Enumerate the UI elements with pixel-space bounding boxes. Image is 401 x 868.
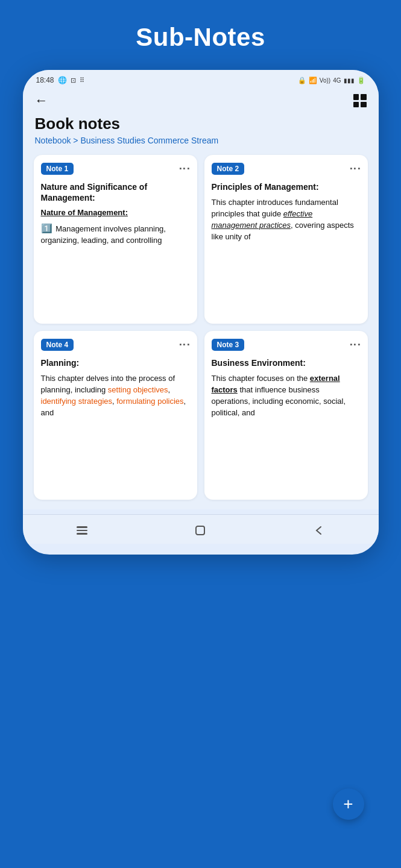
- note-body-2: This chapter introduces fundamental prin…: [212, 197, 361, 242]
- note-title-4: Planning:: [41, 357, 190, 368]
- note-card-header-1: Note 1 ⋮: [41, 162, 190, 175]
- note-menu-2[interactable]: ⋮: [348, 163, 361, 175]
- note-text-4c: ,: [168, 385, 171, 394]
- screenshot-icon: ⊡: [71, 77, 76, 84]
- note-title-2: Principles of Management:: [212, 181, 361, 192]
- lines-icon: [77, 526, 87, 535]
- note-body-4: This chapter delves into the process of …: [41, 373, 190, 418]
- 4g-icon: 4G: [333, 77, 341, 84]
- note-text-2a: This chapter introduces fundamental prin…: [212, 198, 338, 218]
- status-left: 18:48 🌐 ⊡ ⠿: [36, 76, 84, 84]
- note-card-header-2: Note 2 ⋮: [212, 162, 361, 175]
- note-menu-3[interactable]: ⋮: [348, 339, 361, 351]
- vol-icon: Vo)): [320, 77, 330, 84]
- wifi-icon: 📶: [309, 77, 317, 84]
- status-bar: 18:48 🌐 ⊡ ⠿ 🔒 📶 Vo)) 4G ▮▮▮ 🔋: [23, 70, 379, 88]
- note-text-3a: This chapter focuses on the: [212, 374, 310, 383]
- note-badge-4: Note 4: [41, 339, 74, 351]
- note-title-1: Nature and Significance of Management:: [41, 181, 190, 203]
- note-card-1[interactable]: Note 1 ⋮ Nature and Significance of Mana…: [34, 155, 197, 324]
- top-nav-bar: ←: [23, 88, 379, 115]
- note-card-header-4: Note 4 ⋮: [41, 338, 190, 351]
- status-time: 18:48: [36, 76, 54, 84]
- dots-icon: ⠿: [80, 77, 84, 84]
- num-emoji-1: 1️⃣: [41, 222, 52, 235]
- notes-grid: Note 1 ⋮ Nature and Significance of Mana…: [34, 155, 368, 500]
- note-card-header-3: Note 3 ⋮: [212, 338, 361, 351]
- nav-recent-button[interactable]: [70, 522, 94, 539]
- lock-icon: 🔒: [298, 77, 306, 84]
- note-subtitle-1: Nature of Management:: [41, 208, 190, 218]
- note-text-1: Management involves planning, organizing…: [41, 224, 166, 245]
- globe-icon: 🌐: [58, 76, 67, 84]
- nav-home-button[interactable]: [188, 522, 212, 539]
- content-area: Book notes Notebook > Business Studies C…: [23, 115, 379, 509]
- battery-icon: 🔋: [357, 77, 365, 84]
- svg-rect-0: [196, 526, 204, 535]
- app-title: Sub-Notes: [136, 23, 265, 52]
- note-text-4d: identifying strategies: [41, 397, 113, 406]
- nav-back-button[interactable]: [307, 522, 331, 539]
- page-title: Book notes: [34, 115, 368, 133]
- note-body-1: 1️⃣ Management involves planning, organi…: [41, 222, 190, 247]
- note-badge-3: Note 3: [212, 339, 245, 351]
- note-card-4[interactable]: Note 4 ⋮ Planning: This chapter delves i…: [34, 331, 197, 500]
- note-text-4b: setting objectives: [108, 385, 168, 394]
- note-card-2[interactable]: Note 2 ⋮ Principles of Management: This …: [204, 155, 368, 324]
- note-badge-2: Note 2: [212, 163, 245, 175]
- phone-frame: 18:48 🌐 ⊡ ⠿ 🔒 📶 Vo)) 4G ▮▮▮ 🔋 ← Book not…: [23, 70, 379, 555]
- grid-view-button[interactable]: [353, 94, 367, 107]
- breadcrumb[interactable]: Notebook > Business Studies Commerce Str…: [34, 136, 368, 145]
- bottom-nav: [23, 514, 379, 544]
- note-menu-1[interactable]: ⋮: [177, 163, 191, 175]
- back-icon: [312, 524, 326, 537]
- status-right: 🔒 📶 Vo)) 4G ▮▮▮ 🔋: [298, 77, 365, 84]
- signal-icon: ▮▮▮: [344, 77, 355, 84]
- note-menu-4[interactable]: ⋮: [177, 339, 191, 351]
- note-card-3[interactable]: Note 3 ⋮ Business Environment: This chap…: [204, 331, 368, 500]
- home-icon: [194, 524, 207, 537]
- note-text-4f: formulating policies: [116, 397, 183, 406]
- back-button[interactable]: ←: [35, 93, 48, 108]
- note-body-3: This chapter focuses on the external fac…: [212, 373, 361, 418]
- note-title-3: Business Environment:: [212, 357, 361, 368]
- note-badge-1: Note 1: [41, 163, 74, 175]
